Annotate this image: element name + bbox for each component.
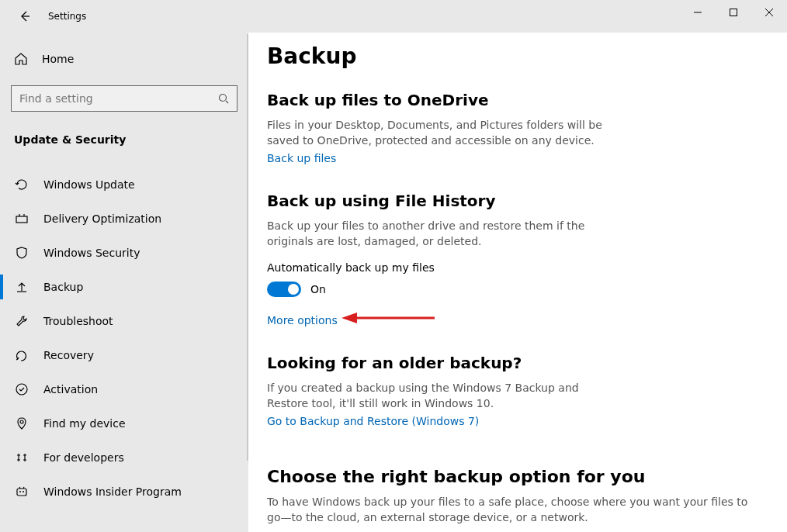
maximize-button[interactable] [716,0,751,25]
sidebar: Home Update & Security Windows Update De… [0,33,248,532]
home-label: Home [42,53,74,65]
nav-label: Recovery [43,349,94,361]
search-icon [218,93,229,104]
delivery-icon [14,211,29,226]
toggle-label: Automatically back up my files [267,261,768,274]
nav-item-troubleshoot[interactable]: Troubleshoot [0,304,248,338]
search-box[interactable] [11,85,237,112]
onedrive-body: Files in your Desktop, Documents, and Pi… [267,117,608,149]
svg-rect-5 [17,489,26,496]
nav-label: Windows Security [43,247,140,259]
svg-point-4 [20,420,23,423]
main-content: Backup Back up files to OneDrive Files i… [248,33,787,532]
toggle-state: On [310,283,326,295]
section-header: Update & Security [0,126,248,157]
svg-point-6 [19,491,21,492]
minimize-button[interactable] [680,0,716,25]
nav-item-windows-update[interactable]: Windows Update [0,168,248,202]
older-title: Looking for an older backup? [267,354,768,372]
choose-title: Choose the right backup option for you [267,467,768,486]
shield-icon [14,245,29,261]
search-input[interactable] [19,92,218,105]
page-title: Backup [267,43,768,69]
titlebar: Settings [0,0,787,33]
nav-label: Troubleshoot [43,315,113,327]
nav-item-activation[interactable]: Activation [0,372,248,406]
nav-label: Activation [43,383,98,396]
minimize-icon [694,9,702,16]
nav-label: Delivery Optimization [43,212,161,225]
older-backup-section: Looking for an older backup? If you crea… [267,354,768,428]
maximize-icon [730,9,737,16]
arrow-left-icon [19,10,31,22]
nav-item-windows-security[interactable]: Windows Security [0,236,248,270]
nav-label: Find my device [43,417,126,430]
svg-rect-0 [730,9,737,16]
svg-point-7 [23,491,24,492]
nav-item-recovery[interactable]: Recovery [0,338,248,372]
recovery-icon [14,347,29,363]
location-icon [14,416,29,431]
check-circle-icon [14,382,29,397]
nav-item-windows-insider[interactable]: Windows Insider Program [0,475,248,509]
wrench-icon [14,313,29,329]
nav-item-backup[interactable]: Backup [0,270,248,304]
nav-label: For developers [43,451,124,464]
onedrive-section: Back up files to OneDrive Files in your … [267,91,768,165]
choose-body: To have Windows back up your files to a … [267,494,748,526]
choose-section: Choose the right backup option for you T… [267,467,768,526]
window-title: Settings [48,11,86,22]
auto-backup-toggle[interactable] [267,282,301,297]
nav-item-find-my-device[interactable]: Find my device [0,406,248,440]
svg-point-1 [220,95,227,102]
backup-restore-link[interactable]: Go to Backup and Restore (Windows 7) [267,415,479,427]
backup-files-link[interactable]: Back up files [267,152,336,164]
filehistory-section: Back up using File History Back up your … [267,192,768,328]
home-row[interactable]: Home [0,43,248,74]
nav-label: Windows Update [43,178,135,191]
svg-point-3 [16,384,27,395]
insider-icon [14,484,29,499]
close-icon [765,9,773,16]
nav-item-delivery-optimization[interactable]: Delivery Optimization [0,202,248,236]
filehistory-title: Back up using File History [267,192,768,210]
refresh-icon [14,177,29,192]
close-button[interactable] [751,0,787,25]
home-icon [14,52,28,66]
backup-icon [14,279,29,295]
developers-icon [14,450,29,465]
svg-rect-2 [16,216,27,223]
onedrive-title: Back up files to OneDrive [267,91,768,109]
more-options-link[interactable]: More options [267,314,338,326]
nav-label: Windows Insider Program [43,485,182,498]
nav-label: Backup [43,281,83,293]
nav-item-for-developers[interactable]: For developers [0,440,248,475]
filehistory-body: Back up your files to another drive and … [267,218,608,250]
back-button[interactable] [14,5,36,27]
older-body: If you created a backup using the Window… [267,380,608,412]
